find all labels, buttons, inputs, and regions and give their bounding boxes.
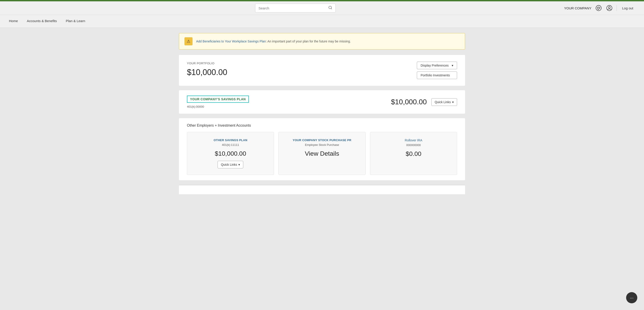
account-card-2-amount: $0.00 xyxy=(406,150,421,157)
chat-button[interactable]: ··· xyxy=(626,292,637,303)
plan-right: $10,000.00 Quick Links ▾ xyxy=(391,98,457,106)
plan-info: YOUR COMPANY'S SAVINGS PLAN 401(k):00000 xyxy=(187,96,391,108)
svg-point-5 xyxy=(608,6,610,8)
alert-icon: ⚠ xyxy=(184,37,192,45)
account-card-2-num: 000000000 xyxy=(406,143,421,147)
alert-link[interactable]: Add Beneficiaries to Your Workplace Savi… xyxy=(196,39,266,43)
logout-button[interactable]: Log out xyxy=(620,5,635,11)
portfolio-info: YOUR PORTFOLIO $10,000.00 xyxy=(187,62,227,77)
accounts-grid: OTHER SAVINGS PLAN 401(k):11111 $10,000.… xyxy=(187,132,457,175)
header-right: YOUR COMPANY ? Log out xyxy=(564,4,635,11)
svg-text:?: ? xyxy=(598,7,599,9)
account-card-0: OTHER SAVINGS PLAN 401(k):11111 $10,000.… xyxy=(187,132,274,175)
savings-plan-quick-links-button[interactable]: Quick Links ▾ xyxy=(431,98,457,106)
display-preferences-label: Display Preferences xyxy=(420,64,448,67)
main-content: ⚠ Add Beneficiaries to Your Workplace Sa… xyxy=(174,33,470,203)
savings-plan-account-num: 401(k):00000 xyxy=(187,105,391,108)
display-preferences-button[interactable]: Display Preferences ▾ xyxy=(417,62,457,69)
account-card-1-name: YOUR COMPANY STOCK PURCHASE PR xyxy=(293,138,352,142)
savings-plan-name-link[interactable]: YOUR COMPANY'S SAVINGS PLAN xyxy=(187,96,249,103)
main-nav: Home Accounts & Benefits Plan & Learn xyxy=(0,15,644,28)
portfolio-buttons: Display Preferences ▾ Portfolio Investme… xyxy=(417,62,457,79)
header: YOUR COMPANY ? Log out xyxy=(0,1,644,15)
account-card-1-num: Employee Stock Purchase xyxy=(305,143,339,147)
account-card-0-name: OTHER SAVINGS PLAN xyxy=(214,138,247,142)
account-card-2-name: Rollover IRA xyxy=(405,138,422,142)
chat-button-label: ··· xyxy=(630,295,634,301)
other-accounts-section: Other Employers + Investment Accounts OT… xyxy=(179,118,465,180)
alert-message: : An important part of your plan for the… xyxy=(266,39,351,43)
portfolio-amount: $10,000.00 xyxy=(187,68,227,77)
search-container xyxy=(255,3,336,12)
account-card-0-quick-links-label: Quick Links xyxy=(221,163,237,166)
account-card-1-amount[interactable]: View Details xyxy=(305,150,339,157)
portfolio-title: YOUR PORTFOLIO xyxy=(187,62,227,65)
search-icon xyxy=(328,5,332,10)
account-card-1: YOUR COMPANY STOCK PURCHASE PR Employee … xyxy=(278,132,366,175)
search-input[interactable] xyxy=(258,6,326,10)
chat-bubble-icon[interactable]: ? xyxy=(595,4,602,11)
account-card-0-amount: $10,000.00 xyxy=(215,150,246,157)
savings-plan-amount: $10,000.00 xyxy=(391,98,427,106)
portfolio-investments-button[interactable]: Portfolio Investments xyxy=(417,71,457,79)
svg-line-1 xyxy=(331,8,332,9)
alert-text: Add Beneficiaries to Your Workplace Savi… xyxy=(196,39,351,43)
account-card-2: Rollover IRA 000000000 $0.00 xyxy=(370,132,457,175)
quick-links-label: Quick Links xyxy=(435,100,451,104)
savings-plan-card: YOUR COMPANY'S SAVINGS PLAN 401(k):00000… xyxy=(179,90,465,114)
other-accounts-title: Other Employers + Investment Accounts xyxy=(187,123,457,128)
chevron-down-icon-2: ▾ xyxy=(452,100,454,104)
chevron-down-icon-3: ▾ xyxy=(238,163,240,166)
account-card-0-quick-links-button[interactable]: Quick Links ▾ xyxy=(218,161,243,168)
nav-accounts-benefits[interactable]: Accounts & Benefits xyxy=(27,15,57,27)
chevron-down-icon: ▾ xyxy=(452,64,453,67)
account-card-0-num: 401(k):11111 xyxy=(222,143,239,147)
portfolio-header: YOUR PORTFOLIO $10,000.00 Display Prefer… xyxy=(187,62,457,79)
bottom-section xyxy=(179,185,465,194)
portfolio-section: YOUR PORTFOLIO $10,000.00 Display Prefer… xyxy=(179,55,465,86)
nav-plan-learn[interactable]: Plan & Learn xyxy=(66,15,85,27)
alert-banner: ⚠ Add Beneficiaries to Your Workplace Sa… xyxy=(179,33,465,49)
nav-home[interactable]: Home xyxy=(9,15,18,27)
header-divider xyxy=(616,5,617,11)
portfolio-investments-label: Portfolio Investments xyxy=(420,73,450,77)
user-icon[interactable] xyxy=(606,4,613,11)
company-name: YOUR COMPANY xyxy=(564,6,592,10)
